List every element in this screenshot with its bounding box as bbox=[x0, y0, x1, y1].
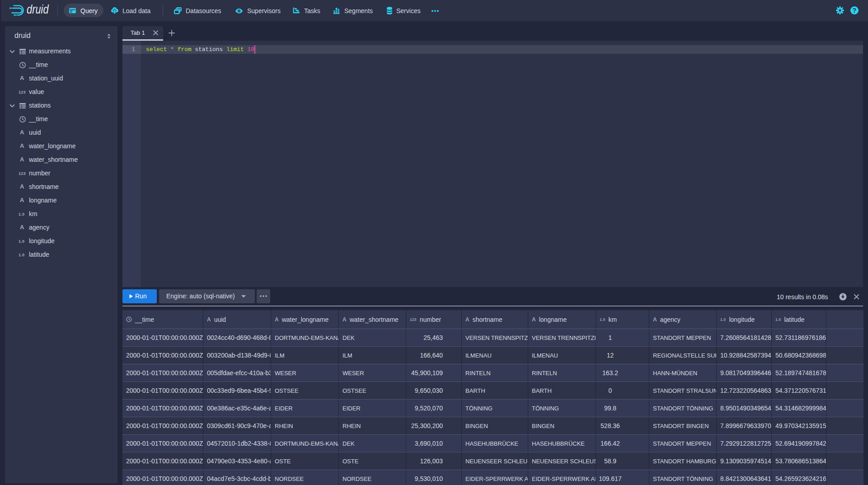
svg-text:?: ? bbox=[853, 7, 857, 14]
